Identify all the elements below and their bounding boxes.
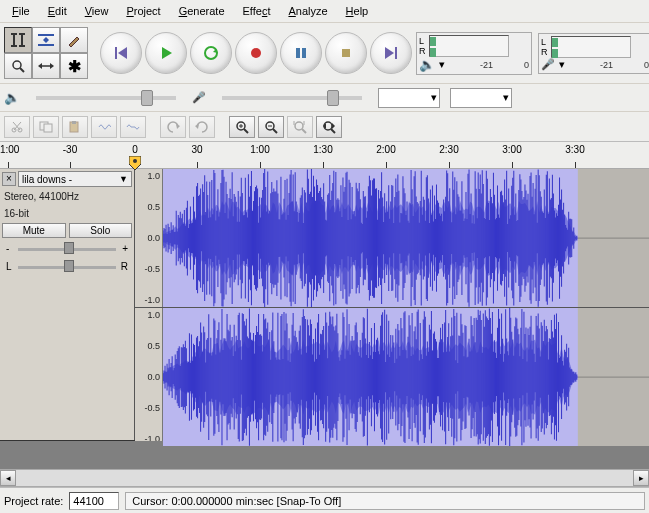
timeline-ruler[interactable]: -1:00 -30 0 30 1:00 1:30 2:00 2:30 3:00 … — [0, 141, 649, 169]
cut-button[interactable] — [4, 116, 30, 138]
menu-effect[interactable]: Effect — [235, 2, 279, 20]
svg-rect-53 — [163, 169, 578, 307]
svg-line-48 — [331, 129, 335, 133]
horizontal-scrollbar[interactable]: ◂ ▸ — [0, 469, 649, 487]
svg-rect-32 — [72, 121, 76, 124]
svg-point-26 — [18, 128, 22, 132]
transport-controls — [100, 32, 412, 74]
copy-button[interactable] — [33, 116, 59, 138]
track-menu-dropdown[interactable]: lila downs - ▼ — [18, 171, 132, 187]
skip-end-button[interactable] — [370, 32, 412, 74]
track-close-button[interactable]: × — [2, 172, 16, 186]
waveform-right[interactable] — [163, 308, 649, 446]
undo-button[interactable] — [160, 116, 186, 138]
record-button[interactable] — [235, 32, 277, 74]
waveform-area: 1.00.50.0-0.5-1.0 1.00.50.0-0.5-1.0 — [135, 169, 649, 440]
input-meter: LR 🎤 ▾ -210 — [538, 33, 649, 74]
silence-button[interactable] — [120, 116, 146, 138]
menu-generate[interactable]: Generate — [171, 2, 233, 20]
svg-marker-55 — [163, 200, 578, 276]
pause-button[interactable] — [280, 32, 322, 74]
output-volume-icon: 🔈 — [4, 90, 20, 105]
zoom-tool[interactable] — [4, 53, 32, 79]
envelope-tool[interactable] — [32, 27, 60, 53]
solo-button[interactable]: Solo — [69, 223, 133, 238]
main-toolbar: ✱ LR 🔈 ▾ -210 LR 🎤 — [0, 23, 649, 83]
menu-view[interactable]: View — [77, 2, 117, 20]
gain-slider[interactable]: - + — [2, 240, 132, 256]
menu-file[interactable]: File — [4, 2, 38, 20]
svg-marker-18 — [213, 49, 218, 53]
svg-point-19 — [251, 48, 261, 58]
skip-start-button[interactable] — [100, 32, 142, 74]
menu-edit[interactable]: Edit — [40, 2, 75, 20]
scroll-left-button[interactable]: ◂ — [0, 470, 16, 486]
stop-button[interactable] — [325, 32, 367, 74]
speaker-icon: 🔈 — [419, 57, 435, 72]
fit-selection-button[interactable] — [287, 116, 313, 138]
mic-icon: 🎤 — [541, 58, 555, 71]
svg-rect-4 — [11, 45, 17, 47]
meter-r-label: R — [419, 46, 426, 56]
svg-rect-464 — [163, 308, 578, 446]
svg-rect-0 — [13, 33, 15, 47]
meter-l-label: L — [419, 36, 426, 46]
fit-project-button[interactable] — [316, 116, 342, 138]
track-format-label: Stereo, 44100Hz — [2, 189, 132, 204]
svg-marker-8 — [43, 37, 49, 43]
mute-button[interactable]: Mute — [2, 223, 66, 238]
amplitude-scale: 1.00.50.0-0.5-1.0 — [135, 169, 163, 307]
pan-slider[interactable]: L R — [2, 258, 132, 274]
svg-marker-50 — [332, 123, 335, 129]
channel-right: 1.00.50.0-0.5-1.0 — [135, 308, 649, 446]
svg-rect-5 — [19, 45, 25, 47]
output-device-combo[interactable]: ▾ — [378, 88, 440, 108]
svg-point-40 — [266, 122, 274, 130]
svg-line-27 — [14, 122, 21, 130]
menu-help[interactable]: Help — [338, 2, 377, 20]
svg-point-43 — [295, 122, 303, 130]
svg-point-9 — [13, 61, 21, 69]
track-depth-label: 16-bit — [2, 206, 132, 221]
track-area: × lila downs - ▼ Stereo, 44100Hz 16-bit … — [0, 169, 649, 469]
svg-marker-34 — [176, 124, 180, 129]
svg-marker-16 — [162, 47, 172, 59]
svg-marker-15 — [118, 47, 127, 59]
svg-rect-29 — [40, 122, 48, 130]
project-rate-field[interactable]: 44100 — [69, 492, 119, 510]
redo-button[interactable] — [189, 116, 215, 138]
play-button[interactable] — [145, 32, 187, 74]
svg-point-17 — [205, 47, 217, 59]
menu-analyze[interactable]: Analyze — [280, 2, 335, 20]
svg-line-42 — [273, 129, 277, 133]
audio-track: × lila downs - ▼ Stereo, 44100Hz 16-bit … — [0, 169, 649, 441]
svg-marker-466 — [163, 340, 578, 416]
scroll-right-button[interactable]: ▸ — [633, 470, 649, 486]
svg-line-10 — [20, 68, 24, 72]
svg-rect-31 — [70, 122, 78, 132]
zoom-out-button[interactable] — [258, 116, 284, 138]
input-volume-slider[interactable] — [222, 96, 362, 100]
svg-rect-30 — [44, 124, 52, 132]
svg-point-47 — [324, 122, 332, 130]
svg-rect-3 — [19, 33, 25, 35]
draw-tool[interactable] — [60, 27, 88, 53]
zoom-in-button[interactable] — [229, 116, 255, 138]
mixer-toolbar: 🔈 🎤 ▾ ▾ — [0, 83, 649, 111]
input-device-combo[interactable]: ▾ — [450, 88, 512, 108]
meter-menu-icon[interactable]: ▾ — [439, 58, 445, 71]
svg-marker-13 — [50, 63, 54, 69]
selection-tool[interactable] — [4, 27, 32, 53]
edit-toolbar — [0, 111, 649, 141]
menu-project[interactable]: Project — [118, 2, 168, 20]
meter-menu-icon[interactable]: ▾ — [559, 58, 565, 71]
paste-button[interactable] — [62, 116, 88, 138]
svg-rect-24 — [395, 47, 397, 59]
output-meter-bars — [429, 35, 509, 57]
multi-tool[interactable]: ✱ — [60, 53, 88, 79]
trim-button[interactable] — [91, 116, 117, 138]
waveform-left[interactable] — [163, 169, 649, 307]
loop-button[interactable] — [190, 32, 232, 74]
timeshift-tool[interactable] — [32, 53, 60, 79]
output-volume-slider[interactable] — [36, 96, 176, 100]
